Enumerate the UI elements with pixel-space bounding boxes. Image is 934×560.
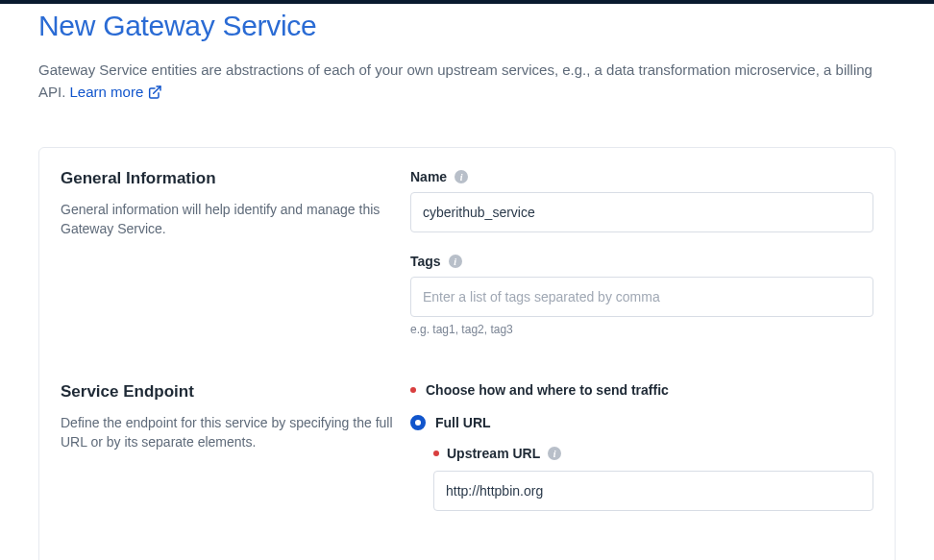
general-info-section: General Information General information … bbox=[61, 169, 873, 336]
tags-label-row: Tags i bbox=[410, 254, 873, 269]
svg-line-0 bbox=[154, 86, 160, 93]
name-input[interactable] bbox=[410, 192, 873, 232]
learn-more-label: Learn more bbox=[70, 82, 144, 104]
page-subtitle: Gateway Service entities are abstraction… bbox=[38, 60, 896, 103]
upstream-label: Upstream URL bbox=[447, 446, 540, 461]
learn-more-link[interactable]: Learn more bbox=[70, 82, 163, 104]
general-info-desc: General information will help identify a… bbox=[61, 200, 403, 239]
endpoint-left: Service Endpoint Define the endpoint for… bbox=[61, 382, 403, 511]
page-title: New Gateway Service bbox=[38, 10, 896, 42]
tags-helper: e.g. tag1, tag2, tag3 bbox=[410, 323, 873, 336]
endpoint-right: Choose how and where to send traffic Ful… bbox=[410, 382, 873, 511]
required-indicator-icon bbox=[410, 387, 416, 393]
upstream-label-row: Upstream URL i bbox=[433, 446, 873, 461]
tags-label: Tags bbox=[410, 254, 441, 269]
name-field-block: Name i bbox=[410, 169, 873, 232]
full-url-radio-label: Full URL bbox=[435, 415, 491, 430]
endpoint-heading: Service Endpoint bbox=[61, 382, 403, 402]
traffic-prompt-row: Choose how and where to send traffic bbox=[410, 382, 873, 398]
form-card: General Information General information … bbox=[38, 147, 896, 560]
section-gap bbox=[61, 336, 873, 382]
tags-field-block: Tags i e.g. tag1, tag2, tag3 bbox=[410, 254, 873, 336]
upstream-url-input[interactable] bbox=[433, 471, 873, 511]
full-url-radio[interactable] bbox=[410, 415, 426, 430]
upstream-nested: Upstream URL i bbox=[410, 446, 873, 511]
name-label: Name bbox=[410, 169, 447, 184]
external-link-icon bbox=[147, 85, 162, 100]
general-info-heading: General Information bbox=[61, 169, 403, 188]
endpoint-section: Service Endpoint Define the endpoint for… bbox=[61, 382, 873, 511]
general-info-left: General Information General information … bbox=[61, 169, 403, 336]
tags-input[interactable] bbox=[410, 277, 873, 317]
full-url-radio-row[interactable]: Full URL bbox=[410, 415, 873, 430]
page-content: New Gateway Service Gateway Service enti… bbox=[0, 4, 934, 560]
traffic-prompt-label: Choose how and where to send traffic bbox=[426, 382, 669, 398]
info-icon[interactable]: i bbox=[449, 255, 462, 268]
endpoint-desc: Define the endpoint for this service by … bbox=[61, 413, 403, 452]
required-indicator-icon bbox=[433, 450, 439, 456]
name-label-row: Name i bbox=[410, 169, 873, 184]
general-info-right: Name i Tags i e.g. tag1, tag2, tag3 bbox=[410, 169, 873, 336]
info-icon[interactable]: i bbox=[548, 447, 561, 460]
info-icon[interactable]: i bbox=[455, 170, 468, 183]
subtitle-text: Gateway Service entities are abstraction… bbox=[38, 61, 873, 100]
